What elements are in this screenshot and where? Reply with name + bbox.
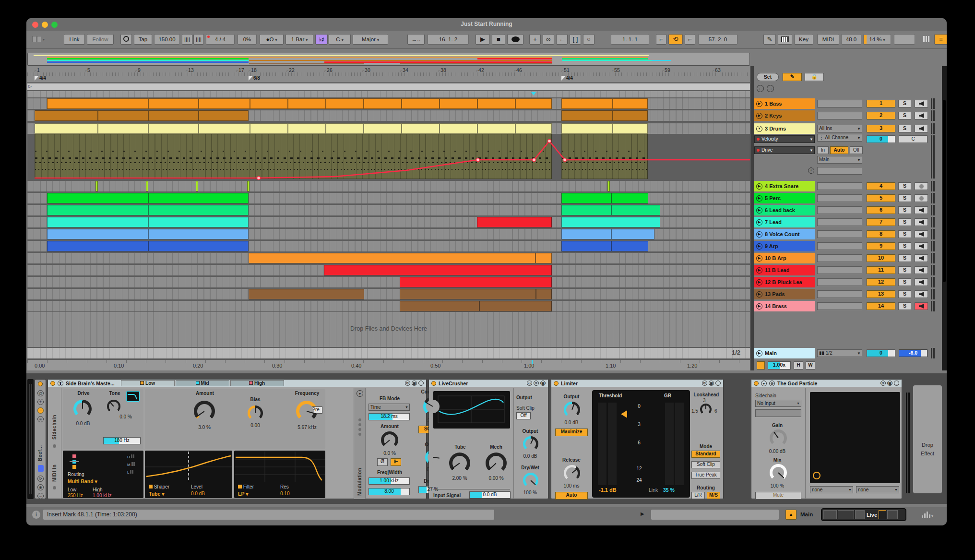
track-io-box[interactable] — [817, 100, 862, 107]
track-number[interactable]: 3 — [867, 125, 895, 132]
computer-midi-keyboard-button[interactable] — [778, 34, 792, 45]
mode-standard-button[interactable]: Standard — [691, 451, 720, 458]
clip[interactable] — [561, 110, 648, 121]
lock-envelopes-button[interactable]: 🔒 — [805, 73, 824, 81]
track-name-block[interactable]: ▶13 Pads — [754, 289, 815, 299]
arrangement-position-display[interactable]: 16. 1. 2 — [428, 34, 469, 45]
clip[interactable] — [561, 123, 648, 134]
envelope-device-select[interactable]: Velocity▼ — [754, 135, 815, 143]
track-activator-button[interactable] — [915, 242, 928, 250]
clip[interactable] — [35, 110, 249, 121]
clip[interactable] — [561, 193, 648, 203]
main-track-lane[interactable] — [27, 348, 750, 358]
device-on-button[interactable] — [554, 381, 559, 386]
track-lane-6[interactable] — [27, 205, 750, 215]
play-icon[interactable]: ▶ — [756, 279, 762, 286]
play-icon[interactable]: ▶ — [756, 303, 762, 310]
fold-icon[interactable]: ⬆ — [58, 381, 63, 386]
launch-quantization[interactable]: 1 Bar — [285, 34, 313, 45]
new-button[interactable]: + — [529, 34, 541, 45]
clip[interactable] — [47, 241, 249, 251]
mech-knob[interactable] — [486, 453, 507, 474]
monitor-auto-button[interactable]: Auto — [830, 146, 848, 154]
play-icon[interactable]: ▶ — [756, 291, 762, 298]
punch-brackets[interactable]: [ ] — [570, 34, 581, 45]
clip[interactable] — [146, 181, 148, 191]
time-signature-display[interactable]: 4 / 4 — [206, 34, 235, 45]
clip[interactable] — [47, 98, 552, 109]
play-icon[interactable]: ▶ — [756, 231, 762, 238]
track-number[interactable]: 12 — [867, 278, 895, 286]
lookahead-knob[interactable] — [700, 404, 712, 415]
scroll-up-button[interactable]: ▲ — [785, 510, 797, 520]
filter-type-select[interactable]: LP ▾ — [238, 491, 248, 497]
auto-release-button[interactable]: Auto — [555, 492, 588, 500]
track-name-block[interactable]: ▶9 Arp — [754, 241, 815, 251]
sync-icon[interactable]: ⟳ — [37, 476, 44, 482]
res-value[interactable]: 0.10 — [280, 491, 289, 496]
fb-amount-knob[interactable] — [381, 431, 398, 449]
routing-lr-button[interactable]: L/R — [691, 492, 705, 499]
arrangement-overview[interactable] — [27, 53, 750, 66]
fold-arrow-icon[interactable]: ▼ — [756, 126, 762, 132]
key-map-button[interactable]: Key — [794, 34, 813, 45]
track-activator-button[interactable] — [915, 266, 928, 274]
track-header-11[interactable]: ▶11 B Lead11S — [754, 265, 942, 275]
time-signature-marker[interactable]: 4/4 — [561, 75, 573, 81]
track-number[interactable]: 9 — [867, 242, 895, 250]
cpu-meter[interactable]: 14 % — [863, 34, 891, 45]
wrench-icon[interactable]: ⚒ — [769, 381, 775, 386]
track-number[interactable]: 4 — [867, 182, 895, 190]
device-on-button[interactable] — [754, 381, 759, 386]
drums-automation-band[interactable] — [561, 134, 648, 179]
beat-time-ruler[interactable]: 15913171822263034384246515559634/46/84/4 — [27, 66, 750, 83]
solo-button[interactable]: S — [898, 125, 911, 132]
loop-button[interactable]: ⟲ — [668, 34, 683, 45]
low-split-value[interactable]: 250 Hz — [68, 493, 83, 498]
clip[interactable] — [400, 289, 552, 299]
follow-button[interactable]: Follow — [87, 34, 114, 45]
solo-button[interactable]: S — [898, 254, 911, 262]
fb-freq-slider[interactable]: 1.00 kHz — [369, 477, 410, 485]
add-automation-lane-button[interactable]: + — [808, 167, 814, 174]
track-number[interactable]: 10 — [867, 254, 895, 262]
gp-xy-pad[interactable] — [810, 392, 900, 483]
device-chain-minimap[interactable]: Live — [821, 508, 906, 521]
track-header-14[interactable]: ▶14 Brass14S — [754, 301, 942, 311]
scrub-area[interactable]: ▷ — [27, 83, 750, 90]
track-number[interactable]: 7 — [867, 218, 895, 226]
track-lane-12[interactable] — [27, 277, 750, 287]
sidechain-tab[interactable]: Sidechain — [52, 402, 57, 440]
maximize-button[interactable]: Maximize — [555, 429, 588, 436]
device-on-button[interactable] — [431, 381, 436, 386]
track-number[interactable]: 13 — [867, 290, 895, 298]
track-lane-1[interactable] — [27, 98, 750, 109]
xy-handle[interactable] — [813, 472, 820, 479]
play-icon[interactable]: ▶ — [756, 255, 762, 262]
track-lane-9[interactable] — [27, 241, 750, 251]
gp-mod-select-2[interactable]: none — [856, 486, 899, 493]
time-ruler[interactable]: 0:000:100:200:300:400:501:001:101:20 — [27, 359, 750, 370]
track-name-block[interactable]: ▶8 Voice Count — [754, 229, 815, 239]
track-io-box[interactable] — [817, 278, 862, 286]
device-title-icons[interactable]: ▭⟳▣ — [527, 381, 546, 386]
clip[interactable] — [400, 277, 552, 287]
clip[interactable] — [47, 193, 249, 203]
track-name-block[interactable]: ▶1 Bass — [754, 98, 815, 109]
clip[interactable] — [561, 217, 660, 227]
tempo-display[interactable]: 150.00 — [154, 34, 180, 45]
threshold-marker-icon[interactable] — [621, 410, 627, 418]
track-lane-10[interactable] — [27, 253, 750, 263]
draw-mode-button[interactable]: ✎ — [763, 34, 776, 45]
track-name-block[interactable]: ▶11 B Lead — [754, 265, 815, 275]
clip[interactable] — [561, 205, 660, 215]
tone-knob[interactable] — [107, 400, 120, 413]
shaper-type-select[interactable]: Tube ▾ — [149, 491, 165, 497]
device-on-button[interactable] — [38, 381, 43, 386]
track-name-block[interactable]: ▶4 Extra Snare — [754, 181, 815, 191]
drums-pan-knob[interactable]: 0 — [867, 135, 895, 143]
locator-lane[interactable] — [27, 91, 750, 97]
play-icon[interactable]: ▶ — [756, 207, 762, 214]
track-io-box[interactable] — [817, 290, 862, 298]
device-titlebar[interactable]: Limiter ⟳▣… — [551, 380, 723, 387]
